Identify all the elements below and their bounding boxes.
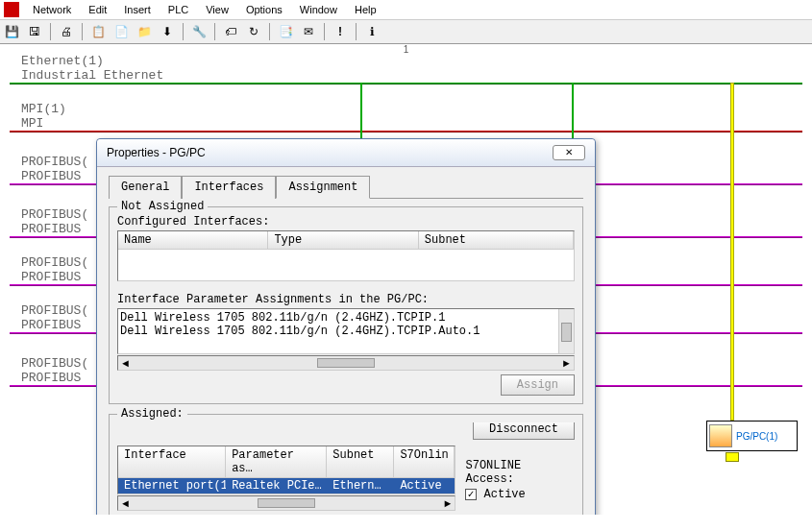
ethernet-label: Ethernet(1)Industrial Ethernet (21, 54, 163, 83)
assign-button[interactable]: Assign (501, 374, 575, 396)
network-canvas[interactable]: 1 Ethernet(1)Industrial Ethernet MPI(1)M… (0, 44, 812, 515)
menu-help[interactable]: Help (347, 2, 384, 17)
not-assigned-group: Not Assigned Configured Interfaces: Name… (109, 206, 583, 404)
not-assigned-legend: Not Assigned (117, 200, 208, 213)
profibus4-label: PROFIBUS(PROFIBUS (21, 303, 88, 332)
app-icon (4, 2, 19, 17)
tab-assignment[interactable]: Assignment (276, 176, 370, 199)
configured-table[interactable]: Name Type Subnet (117, 230, 575, 281)
menu-network[interactable]: Network (25, 2, 79, 17)
col-subnet[interactable]: Subnet (419, 231, 574, 249)
exclaim-icon[interactable]: ! (331, 22, 350, 41)
menu-window[interactable]: Window (292, 2, 345, 17)
menu-options[interactable]: Options (238, 2, 290, 17)
assigned-group: Assigned: Disconnect Interface Parameter… (109, 414, 583, 515)
profibus1-label: PROFIBUS(PROFIBUS (21, 155, 88, 183)
menubar: Network Edit Insert PLC View Options Win… (0, 0, 812, 20)
profibus5-label: PROFIBUS(PROFIBUS (21, 356, 88, 385)
list-icon[interactable]: 📑 (276, 22, 295, 41)
mpi-label: MPI(1)MPI (21, 102, 66, 131)
active-label: Active (484, 488, 526, 501)
device-pgpc[interactable]: PG/PC(1) (706, 421, 798, 451)
param-label: Interface Parameter Assignments in the P… (117, 293, 575, 306)
param-item-1[interactable]: Dell Wireless 1705 802.11b/g/n (2.4GHZ).… (120, 311, 572, 325)
disconnect-button[interactable]: Disconnect (473, 422, 575, 440)
save-all-icon[interactable]: 🖫 (25, 22, 44, 41)
s7online-label: S7ONLINE Access: (465, 459, 575, 486)
assigned-legend: Assigned: (117, 407, 187, 421)
col-type[interactable]: Type (268, 231, 418, 249)
copy-icon[interactable]: 📋 (88, 22, 108, 41)
active-checkbox-row[interactable]: ✓ Active (465, 488, 575, 501)
toolbar: 💾 🖫 🖨 📋 📄 📁 ⬇ 🔧 🏷 ↻ 📑 ✉ ! ℹ (0, 20, 812, 44)
acol-s7[interactable]: S7Onlin (394, 446, 455, 477)
paste-icon[interactable]: 📄 (111, 22, 131, 41)
active-checkbox[interactable]: ✓ (465, 489, 477, 500)
refresh-icon[interactable]: ↻ (244, 22, 263, 41)
pgpc-icon (709, 424, 732, 447)
scrollbar-horizontal[interactable]: ◄► (117, 355, 575, 371)
properties-dialog: Properties - PG/PC ✕ General Interfaces … (96, 138, 596, 515)
ethernet-line[interactable] (10, 83, 802, 84)
pgpc-label: PG/PC(1) (736, 431, 777, 442)
folder-icon[interactable]: 📁 (135, 22, 154, 41)
connection-line-pgpc (730, 83, 734, 421)
acol-param[interactable]: Parameter as… (226, 446, 327, 477)
assigned-table[interactable]: Interface Parameter as… Subnet S7Onlin E… (117, 446, 455, 494)
download-icon[interactable]: ⬇ (158, 22, 177, 41)
dialog-titlebar[interactable]: Properties - PG/PC ✕ (97, 139, 595, 167)
menu-plc[interactable]: PLC (160, 2, 196, 17)
assigned-row[interactable]: Ethernet port(1) Realtek PCIe… Ethern… A… (118, 478, 455, 494)
tab-interfaces[interactable]: Interfaces (182, 176, 276, 199)
col-name[interactable]: Name (118, 231, 268, 249)
tab-general[interactable]: General (109, 176, 182, 199)
param-item-2[interactable]: Dell Wireless 1705 802.11b/g/n (2.4GHZ).… (120, 325, 572, 338)
menu-edit[interactable]: Edit (81, 2, 114, 17)
wrench-icon[interactable]: 🔧 (189, 22, 209, 41)
profibus2-label: PROFIBUS(PROFIBUS (21, 207, 88, 236)
scrollbar-vertical[interactable] (558, 309, 574, 353)
assigned-scrollbar[interactable]: ◄► (117, 495, 455, 511)
dialog-title: Properties - PG/PC (107, 146, 206, 159)
save-icon[interactable]: 💾 (2, 22, 21, 41)
profibus3-label: PROFIBUS(PROFIBUS (21, 255, 88, 284)
tabs: General Interfaces Assignment (109, 175, 583, 199)
acol-iface[interactable]: Interface (118, 446, 226, 477)
print-icon[interactable]: 🖨 (57, 22, 76, 41)
close-icon[interactable]: ✕ (553, 145, 585, 160)
acol-subnet[interactable]: Subnet (327, 446, 394, 477)
pgpc-status-box (726, 452, 739, 462)
param-listbox[interactable]: Dell Wireless 1705 802.11b/g/n (2.4GHZ).… (117, 308, 575, 354)
menu-insert[interactable]: Insert (116, 2, 159, 17)
mpi-line[interactable] (10, 131, 802, 132)
configured-label: Configured Interfaces: (117, 215, 575, 229)
help-icon[interactable]: ℹ (362, 22, 381, 41)
mail-icon[interactable]: ✉ (299, 22, 318, 41)
tag-icon[interactable]: 🏷 (221, 22, 240, 41)
menu-view[interactable]: View (198, 2, 236, 17)
